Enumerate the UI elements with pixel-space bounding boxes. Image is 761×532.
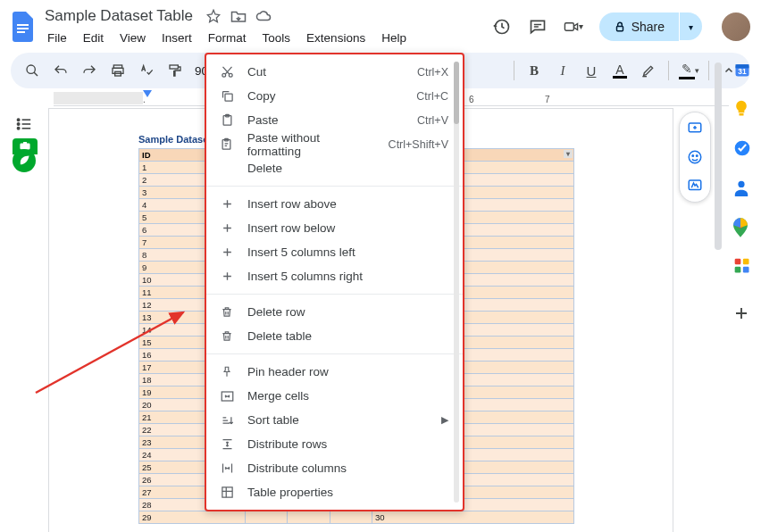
context-menu-scrollbar[interactable] — [454, 62, 459, 503]
context-menu-item[interactable]: Insert 5 columns left — [206, 240, 463, 264]
shortcut-label: Ctrl+V — [417, 114, 448, 127]
menu-file[interactable]: File — [41, 29, 73, 47]
account-avatar[interactable] — [722, 12, 750, 41]
addons-icon[interactable] — [733, 257, 751, 275]
trash-icon — [219, 304, 235, 320]
context-menu-item[interactable]: Delete table — [206, 324, 463, 348]
svg-point-25 — [738, 181, 744, 187]
tasks-icon[interactable] — [733, 139, 751, 157]
redo-icon[interactable] — [77, 58, 102, 83]
menu-format[interactable]: Format — [202, 29, 253, 47]
sort-icon — [219, 412, 235, 428]
keep-icon[interactable] — [733, 100, 751, 118]
menu-edit[interactable]: Edit — [77, 29, 110, 47]
svg-point-32 — [229, 73, 232, 77]
context-menu-label: Delete table — [247, 329, 312, 343]
table-cell[interactable] — [288, 511, 330, 524]
evernote-leaf-icon[interactable] — [13, 149, 36, 172]
emoji-icon[interactable] — [684, 146, 706, 168]
table-cell[interactable]: 30 — [372, 511, 573, 524]
print-icon[interactable] — [105, 58, 130, 83]
maps-icon[interactable] — [733, 218, 751, 236]
paste-icon — [219, 112, 235, 129]
cloud-status-icon[interactable] — [255, 8, 272, 24]
indent-marker-icon[interactable] — [143, 90, 152, 97]
props-icon — [219, 485, 235, 501]
context-menu-item[interactable]: Table properties — [206, 480, 463, 504]
context-menu-item[interactable]: Insert row above — [206, 192, 463, 216]
add-comment-icon[interactable] — [684, 118, 706, 139]
context-menu-item[interactable]: Distribute columns — [206, 456, 463, 480]
none-icon — [219, 161, 235, 177]
context-menu-item[interactable]: Distribute rows — [206, 432, 463, 456]
submenu-indicator-icon: ▶ — [441, 414, 448, 426]
table-cell[interactable] — [245, 511, 287, 524]
undo-icon[interactable] — [48, 58, 73, 83]
move-icon[interactable] — [230, 8, 247, 24]
outline-icon[interactable] — [12, 112, 37, 137]
highlight-icon[interactable] — [636, 58, 661, 83]
table-cell[interactable] — [330, 511, 372, 524]
svg-point-31 — [222, 73, 225, 77]
svg-point-18 — [697, 155, 698, 157]
underline-icon[interactable]: U — [579, 58, 604, 83]
history-icon[interactable] — [492, 17, 512, 37]
italic-icon[interactable]: I — [550, 58, 575, 83]
table-row[interactable]: 2930 — [139, 511, 574, 524]
docs-logo-icon[interactable] — [11, 11, 36, 43]
paint-format-icon[interactable] — [163, 58, 188, 83]
context-menu-item[interactable]: Insert row below — [206, 216, 463, 240]
context-menu-label: Paste — [247, 113, 279, 127]
menu-insert[interactable]: Insert — [155, 29, 198, 47]
context-menu-item[interactable]: Merge cells — [206, 384, 463, 408]
star-icon[interactable] — [205, 8, 222, 24]
svg-rect-2 — [17, 31, 25, 33]
context-menu-item[interactable]: Pin header row — [206, 360, 463, 384]
search-menus-icon[interactable] — [20, 58, 45, 83]
suggest-icon[interactable] — [684, 175, 706, 196]
contacts-icon[interactable] — [733, 179, 751, 196]
context-menu-item[interactable]: Insert 5 columns right — [206, 264, 463, 288]
svg-text:31: 31 — [738, 67, 747, 76]
menu-help[interactable]: Help — [375, 29, 413, 47]
context-menu-item[interactable]: PasteCtrl+V — [206, 108, 463, 132]
svg-rect-29 — [735, 267, 741, 273]
plus-icon — [219, 245, 235, 261]
share-dropdown[interactable]: ▾ — [680, 12, 702, 40]
svg-point-10 — [17, 119, 19, 121]
context-menu-item[interactable]: Sort table▶ — [206, 408, 463, 432]
merge-icon — [219, 388, 235, 404]
vertical-scrollbar[interactable] — [715, 62, 722, 250]
document-title[interactable]: Sample Dataset Table — [41, 5, 197, 27]
context-menu-item[interactable]: CopyCtrl+C — [206, 84, 463, 108]
context-menu-label: Pin header row — [247, 365, 329, 378]
text-color-icon[interactable]: A — [607, 58, 632, 83]
context-menu-label: Insert 5 columns left — [247, 245, 355, 259]
context-menu-item[interactable]: CutCtrl+X — [206, 60, 463, 84]
context-menu-item[interactable]: Delete row — [206, 300, 463, 324]
svg-point-17 — [692, 155, 694, 157]
context-menu-label: Insert row above — [247, 197, 337, 211]
trash-icon — [219, 328, 235, 345]
meet-icon[interactable]: ▾ — [564, 17, 583, 37]
spellcheck-icon[interactable] — [134, 58, 159, 83]
bold-icon[interactable]: B — [522, 58, 547, 83]
svg-point-11 — [17, 123, 19, 125]
context-menu-label: Delete — [247, 162, 282, 175]
context-menu-item[interactable]: Delete — [206, 156, 463, 180]
shortcut-label: Ctrl+Shift+V — [389, 138, 448, 151]
context-menu-item[interactable]: Paste without formattingCtrl+Shift+V — [206, 132, 463, 156]
editing-mode-icon[interactable]: ✎ ▾ — [676, 58, 701, 83]
menu-view[interactable]: View — [113, 29, 152, 47]
menu-tools[interactable]: Tools — [256, 29, 297, 47]
comments-icon[interactable] — [528, 17, 548, 37]
context-menu-label: Paste without formatting — [247, 131, 376, 158]
get-addons-icon[interactable] — [733, 305, 751, 323]
ruler-tick: 6 — [469, 95, 474, 104]
menu-extensions[interactable]: Extensions — [300, 29, 372, 47]
share-button[interactable]: Share — [599, 12, 679, 41]
calendar-icon[interactable]: 31 — [733, 61, 751, 79]
copy-icon — [219, 88, 235, 104]
app-header: Sample Dataset Table File Edit View Inse… — [0, 0, 761, 47]
table-cell[interactable]: 29 — [139, 511, 246, 524]
